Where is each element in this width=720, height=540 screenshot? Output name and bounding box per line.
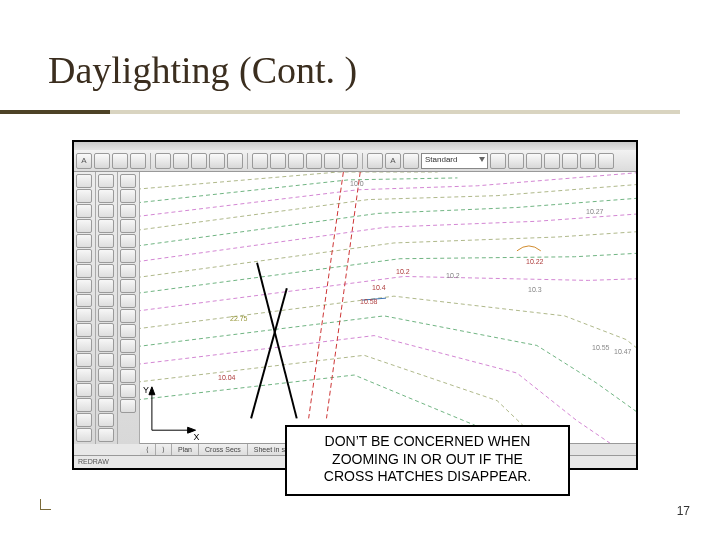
toolbar-button[interactable] [94, 153, 110, 169]
palette-tool-button[interactable] [98, 338, 114, 352]
palette-tool-button[interactable] [76, 428, 92, 442]
palette-tool-button[interactable] [76, 338, 92, 352]
toolbar-button[interactable] [526, 153, 542, 169]
palette-tool-button[interactable] [120, 354, 136, 368]
palette-tool-button[interactable] [76, 368, 92, 382]
palette-tool-button[interactable] [120, 324, 136, 338]
palette-tool-button[interactable] [98, 264, 114, 278]
palette-tool-button[interactable] [98, 428, 114, 442]
palette-tool-button[interactable] [76, 383, 92, 397]
palette-tool-button[interactable] [76, 174, 92, 188]
toolbar-button[interactable] [306, 153, 322, 169]
axis-y-label: Y [143, 385, 149, 395]
palette-tool-button[interactable] [98, 204, 114, 218]
elevation-label: 10.55 [592, 344, 610, 351]
palette-tool-button[interactable] [120, 219, 136, 233]
palette-tool-button[interactable] [120, 234, 136, 248]
palette-tool-button[interactable] [76, 189, 92, 203]
palette-tool-button[interactable] [120, 204, 136, 218]
palette-tool-button[interactable] [98, 413, 114, 427]
palette-tool-button[interactable] [120, 174, 136, 188]
toolbar-button[interactable] [112, 153, 128, 169]
palette-tool-button[interactable] [76, 294, 92, 308]
cad-palette-left-1 [74, 172, 96, 444]
title-underline-accent [0, 110, 110, 114]
slide: Daylighting (Cont. ) AAStandard [0, 0, 720, 540]
elevation-label: 10.4 [372, 284, 386, 291]
palette-tool-button[interactable] [76, 249, 92, 263]
elevation-label: 10.3 [528, 286, 542, 293]
callout-text-line: DON’T BE CONCERNED WHEN [297, 433, 558, 451]
cad-screenshot-frame: AAStandard [72, 140, 638, 470]
toolbar-button[interactable] [270, 153, 286, 169]
palette-tool-button[interactable] [120, 294, 136, 308]
palette-tool-button[interactable] [76, 279, 92, 293]
toolbar-button[interactable]: A [76, 153, 92, 169]
palette-tool-button[interactable] [98, 383, 114, 397]
toolbar-button[interactable] [490, 153, 506, 169]
palette-tool-button[interactable] [98, 368, 114, 382]
toolbar-button[interactable] [288, 153, 304, 169]
palette-tool-button[interactable] [76, 398, 92, 412]
palette-tool-button[interactable] [120, 249, 136, 263]
toolbar-button[interactable] [580, 153, 596, 169]
svg-marker-3 [149, 387, 155, 395]
toolbar-button[interactable] [508, 153, 524, 169]
callout-text-line: CROSS HATCHES DISAPPEAR. [297, 468, 558, 486]
palette-tool-button[interactable] [120, 369, 136, 383]
toolbar-button[interactable] [191, 153, 207, 169]
toolbar-button[interactable] [227, 153, 243, 169]
palette-tool-button[interactable] [98, 174, 114, 188]
palette-tool-button[interactable] [76, 308, 92, 322]
palette-tool-button[interactable] [120, 189, 136, 203]
toolbar-button[interactable] [324, 153, 340, 169]
elevation-label: 10.27 [586, 208, 604, 215]
toolbar-button[interactable] [403, 153, 419, 169]
palette-tool-button[interactable] [98, 219, 114, 233]
palette-tool-button[interactable] [76, 264, 92, 278]
toolbar-button[interactable] [252, 153, 268, 169]
toolbar-button[interactable] [173, 153, 189, 169]
elevation-label: 10.04 [218, 374, 236, 381]
palette-tool-button[interactable] [98, 189, 114, 203]
palette-tool-button[interactable] [98, 234, 114, 248]
title-underline [110, 110, 680, 114]
palette-tool-button[interactable] [98, 279, 114, 293]
palette-tool-button[interactable] [98, 249, 114, 263]
slide-title: Daylighting (Cont. ) [48, 48, 357, 92]
palette-tool-button[interactable] [76, 204, 92, 218]
palette-tool-button[interactable] [120, 399, 136, 413]
palette-tool-button[interactable] [98, 398, 114, 412]
palette-tool-button[interactable] [76, 323, 92, 337]
palette-tool-button[interactable] [120, 264, 136, 278]
palette-tool-button[interactable] [76, 413, 92, 427]
toolbar-button[interactable] [155, 153, 171, 169]
page-number: 17 [677, 504, 690, 518]
toolbar-separator [362, 153, 363, 169]
toolbar-button[interactable] [544, 153, 560, 169]
palette-tool-button[interactable] [98, 353, 114, 367]
elevation-label: 10.2 [396, 268, 410, 275]
palette-tool-button[interactable] [76, 219, 92, 233]
toolbar-button[interactable] [367, 153, 383, 169]
toolbar-layer-dropdown[interactable]: Standard [421, 153, 488, 169]
toolbar-button[interactable] [598, 153, 614, 169]
toolbar-button[interactable] [562, 153, 578, 169]
contour-plot: Y X [140, 172, 636, 444]
palette-tool-button[interactable] [120, 384, 136, 398]
palette-tool-button[interactable] [76, 353, 92, 367]
axis-x-label: X [194, 432, 200, 442]
toolbar-button[interactable]: A [385, 153, 401, 169]
toolbar-button[interactable] [342, 153, 358, 169]
callout-note: DON’T BE CONCERNED WHEN ZOOMING IN OR OU… [285, 425, 570, 496]
palette-tool-button[interactable] [120, 279, 136, 293]
palette-tool-button[interactable] [98, 294, 114, 308]
toolbar-button[interactable] [130, 153, 146, 169]
cad-palette-left-2 [96, 172, 118, 444]
palette-tool-button[interactable] [120, 339, 136, 353]
toolbar-button[interactable] [209, 153, 225, 169]
palette-tool-button[interactable] [98, 308, 114, 322]
palette-tool-button[interactable] [120, 309, 136, 323]
palette-tool-button[interactable] [76, 234, 92, 248]
palette-tool-button[interactable] [98, 323, 114, 337]
